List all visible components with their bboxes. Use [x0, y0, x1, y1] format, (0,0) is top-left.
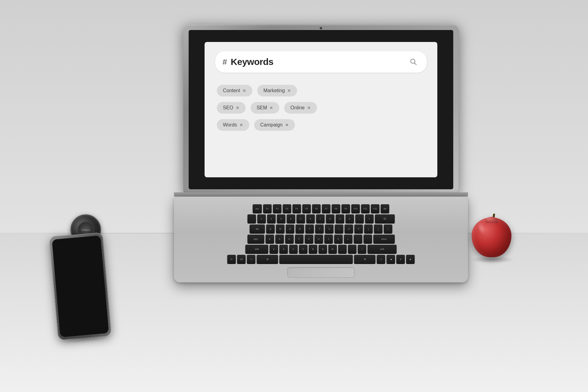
key-r[interactable]: R	[296, 224, 304, 233]
key-f12[interactable]: F12	[371, 204, 379, 213]
key-f5[interactable]: F5	[302, 204, 311, 213]
tag-campaign-close[interactable]: ✕	[285, 123, 289, 127]
phone-screen	[52, 236, 109, 337]
key-minus[interactable]: -	[355, 214, 364, 223]
key-h[interactable]: H	[315, 235, 323, 243]
key-backspace[interactable]: ⌫	[375, 214, 395, 223]
key-0[interactable]: 0	[345, 214, 354, 223]
key-f[interactable]: F	[295, 235, 303, 243]
key-2[interactable]: 2	[267, 214, 276, 223]
key-f7[interactable]: F7	[322, 204, 330, 213]
key-esc[interactable]: esc	[253, 204, 262, 213]
key-u[interactable]: U	[325, 224, 334, 233]
tag-sem-close[interactable]: ✕	[270, 105, 273, 110]
trackpad[interactable]	[287, 267, 355, 278]
key-f6[interactable]: F6	[312, 204, 321, 213]
key-q[interactable]: Q	[266, 224, 275, 233]
key-l[interactable]: L	[344, 235, 352, 243]
key-5[interactable]: 5	[296, 214, 305, 223]
key-c[interactable]: C	[289, 245, 298, 253]
key-f11[interactable]: F11	[361, 204, 370, 213]
key-d[interactable]: D	[285, 235, 294, 243]
key-slash[interactable]: /	[358, 245, 366, 253]
key-alt-right[interactable]: ⌥	[377, 255, 385, 263]
key-right[interactable]: ▶	[406, 255, 415, 263]
key-f8[interactable]: F8	[332, 204, 340, 213]
key-cmd-right[interactable]: ⌘	[354, 255, 375, 263]
key-9[interactable]: 9	[336, 214, 344, 223]
key-e[interactable]: E	[286, 224, 294, 233]
key-tilde[interactable]: `	[247, 214, 256, 223]
tag-words[interactable]: Words ✕	[217, 119, 249, 131]
key-semicolon[interactable]: ;	[354, 235, 362, 243]
key-caps[interactable]: caps	[247, 235, 264, 243]
key-left[interactable]: ◀	[386, 255, 395, 263]
key-z[interactable]: Z	[270, 245, 278, 253]
tag-sem[interactable]: SEM ✕	[251, 102, 280, 114]
key-lshift[interactable]: shift	[245, 245, 268, 253]
key-rbracket[interactable]: ]	[374, 224, 383, 233]
key-y[interactable]: Y	[315, 224, 324, 233]
key-ctrl[interactable]: ctrl	[237, 255, 246, 263]
tag-marketing[interactable]: Marketing ✕	[257, 85, 297, 96]
tag-content[interactable]: Content ✕	[217, 85, 252, 96]
key-b[interactable]: B	[309, 245, 317, 253]
tag-seo[interactable]: SEO ✕	[217, 102, 246, 114]
key-k[interactable]: K	[334, 235, 343, 243]
key-t[interactable]: T	[305, 224, 314, 233]
key-s[interactable]: S	[275, 235, 284, 243]
key-j[interactable]: J	[324, 235, 333, 243]
search-input-text: Keywords	[231, 57, 404, 67]
key-g[interactable]: G	[305, 235, 313, 243]
key-alt[interactable]: ⌥	[247, 255, 255, 263]
key-f2[interactable]: F2	[273, 204, 281, 213]
key-space[interactable]	[279, 255, 353, 263]
key-a[interactable]: A	[266, 235, 274, 243]
apple	[472, 213, 514, 257]
key-6[interactable]: 6	[306, 214, 315, 223]
key-3[interactable]: 3	[277, 214, 285, 223]
key-quote[interactable]: '	[364, 235, 372, 243]
key-comma[interactable]: ,	[338, 245, 347, 253]
key-w[interactable]: W	[276, 224, 285, 233]
search-icon[interactable]	[408, 56, 419, 68]
key-o[interactable]: O	[345, 224, 353, 233]
tag-marketing-close[interactable]: ✕	[287, 88, 291, 93]
apple-body	[472, 217, 511, 257]
key-n[interactable]: N	[318, 245, 327, 253]
key-i[interactable]: I	[335, 224, 343, 233]
key-8[interactable]: 8	[326, 214, 334, 223]
key-cmd-left[interactable]: ⌘	[257, 255, 278, 263]
key-enter[interactable]: return	[373, 235, 395, 243]
tag-content-close[interactable]: ✕	[243, 88, 246, 93]
key-equals[interactable]: =	[365, 214, 374, 223]
key-f1[interactable]: F1	[263, 204, 272, 213]
tag-online-close[interactable]: ✕	[307, 105, 311, 110]
key-f10[interactable]: F10	[351, 204, 360, 213]
key-4[interactable]: 4	[287, 214, 295, 223]
tag-campaign[interactable]: Campaign ✕	[254, 119, 295, 131]
key-f3[interactable]: F3	[283, 204, 291, 213]
tag-seo-close[interactable]: ✕	[236, 105, 239, 110]
tag-words-close[interactable]: ✕	[239, 123, 243, 127]
key-period[interactable]: .	[348, 245, 356, 253]
svg-line-1	[415, 63, 417, 65]
key-tab[interactable]: tab	[250, 224, 265, 233]
key-rshift[interactable]: shift	[368, 245, 397, 253]
key-f4[interactable]: F4	[292, 204, 301, 213]
keyboard-row-numbers: ` 1 2 3 4 5 6 7 8 9 0 - = ⌫	[186, 214, 456, 223]
key-f9[interactable]: F9	[341, 204, 350, 213]
search-bar[interactable]: # Keywords	[215, 51, 427, 73]
key-down[interactable]: ▼	[396, 255, 405, 263]
key-7[interactable]: 7	[316, 214, 325, 223]
key-1[interactable]: 1	[257, 214, 266, 223]
key-backslash[interactable]: \	[384, 224, 392, 233]
tag-online[interactable]: Online ✕	[284, 102, 317, 114]
key-fn[interactable]: fn	[227, 255, 236, 263]
key-del[interactable]: del	[381, 204, 389, 213]
key-lbracket[interactable]: [	[364, 224, 373, 233]
key-v[interactable]: V	[299, 245, 307, 253]
key-p[interactable]: P	[354, 224, 363, 233]
key-m[interactable]: M	[328, 245, 337, 253]
key-x[interactable]: X	[279, 245, 288, 253]
